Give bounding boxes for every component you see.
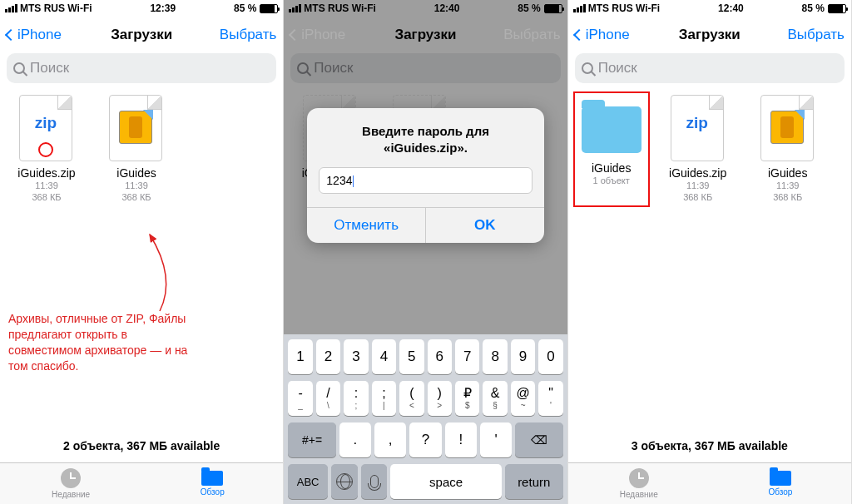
key-sym[interactable]: "': [538, 381, 562, 416]
key-sym[interactable]: &§: [483, 381, 507, 416]
chevron-left-icon: [573, 29, 585, 41]
keyboard-row-1: 1 2 3 4 5 6 7 8 9 0: [286, 339, 564, 374]
file-item[interactable]: zip iGuides.zip 11:39 368 КБ: [8, 95, 85, 204]
key-sym[interactable]: /\: [316, 381, 340, 416]
tab-recent[interactable]: Недавние: [568, 463, 710, 504]
key-punct[interactable]: ': [480, 422, 512, 457]
keyboard-row-3: #+= . , ? ! ' ⌫: [286, 422, 564, 457]
status-time: 12:40: [718, 2, 744, 14]
battery-icon: [828, 4, 846, 13]
key-2[interactable]: 2: [316, 339, 340, 374]
file-item[interactable]: iGuides 11:39 368 КБ: [98, 95, 175, 204]
file-item-highlighted[interactable]: iGuides 1 объект: [573, 91, 650, 207]
battery-percent: 85 %: [234, 2, 256, 14]
search-input[interactable]: Поиск: [575, 53, 845, 83]
back-button[interactable]: iPhone: [575, 27, 630, 43]
carrier-label: MTS RUS Wi-Fi: [20, 2, 92, 14]
text-cursor-icon: [353, 175, 354, 187]
password-alert: Введите пароль для «iGuides.zip». 1234 О…: [307, 108, 543, 243]
file-size: 368 КБ: [8, 192, 85, 204]
file-size: 368 КБ: [750, 192, 826, 204]
key-7[interactable]: 7: [455, 339, 479, 374]
nav-bar: iPhone Загрузки Выбрать: [568, 17, 851, 53]
key-8[interactable]: 8: [483, 339, 507, 374]
globe-icon: [336, 473, 353, 490]
screen-3-extracted: MTS RUS Wi-Fi 12:40 85 % iPhone Загрузки…: [568, 0, 852, 504]
key-space[interactable]: space: [390, 464, 501, 499]
search-icon: [13, 62, 25, 74]
key-6[interactable]: 6: [428, 339, 452, 374]
file-name: iGuides.zip: [8, 166, 85, 180]
file-size: 368 КБ: [98, 192, 175, 204]
search-placeholder: Поиск: [598, 60, 637, 77]
carrier-label: MTS RUS Wi-Fi: [588, 2, 661, 14]
search-input[interactable]: Поиск: [7, 53, 276, 83]
file-item[interactable]: zip iGuides.zip 11:39 368 КБ: [660, 95, 736, 204]
key-sym[interactable]: (<: [399, 381, 424, 416]
mic-icon: [370, 475, 379, 488]
file-meta: 1 объект: [575, 175, 648, 187]
key-abc[interactable]: ABC: [288, 464, 328, 499]
cancel-button[interactable]: Отменить: [307, 208, 426, 243]
back-button[interactable]: iPhone: [7, 27, 62, 43]
key-sym[interactable]: ;|: [372, 381, 396, 416]
key-switch-symbols[interactable]: #+=: [288, 422, 335, 457]
key-0[interactable]: 0: [538, 339, 562, 374]
key-sym[interactable]: )>: [428, 381, 452, 416]
chevron-left-icon: [289, 29, 300, 41]
key-sym[interactable]: ₽$: [455, 381, 479, 416]
key-sym[interactable]: :;: [344, 381, 368, 416]
file-size: 368 КБ: [660, 192, 736, 204]
tab-recent[interactable]: Недавние: [0, 463, 141, 504]
select-button[interactable]: Выбрать: [788, 27, 845, 43]
key-3[interactable]: 3: [344, 339, 368, 374]
annotation-arrow-icon: [126, 228, 210, 319]
ok-button[interactable]: OK: [426, 208, 544, 243]
key-5[interactable]: 5: [399, 339, 424, 374]
file-grid: iGuides 1 объект zip iGuides.zip 11:39 3…: [568, 88, 851, 429]
key-punct[interactable]: ?: [409, 422, 441, 457]
key-1[interactable]: 1: [288, 339, 312, 374]
clock-icon: [629, 468, 649, 488]
footer-summary: 3 объекта, 367 МБ available: [568, 429, 851, 462]
key-globe[interactable]: [331, 464, 358, 499]
screen-1-downloads: MTS RUS Wi-Fi 12:39 85 % iPhone Загрузки…: [0, 0, 284, 504]
status-bar: MTS RUS Wi-Fi 12:40 85 %: [568, 0, 851, 17]
signal-icon: [5, 4, 17, 12]
file-name: iGuides: [98, 166, 175, 180]
loading-ring-icon: [38, 142, 53, 157]
keyboard-row-4: ABC space return: [286, 464, 564, 499]
tab-bar: Недавние Обзор: [0, 462, 283, 504]
select-button[interactable]: Выбрать: [220, 27, 276, 43]
key-4[interactable]: 4: [372, 339, 396, 374]
key-mic[interactable]: [361, 464, 388, 499]
file-name: iGuides: [750, 166, 826, 180]
battery-percent: 85 %: [802, 2, 825, 14]
chevron-left-icon: [5, 29, 17, 41]
key-punct[interactable]: .: [339, 422, 371, 457]
select-button: Выбрать: [503, 27, 560, 43]
tab-browse[interactable]: Обзор: [141, 463, 283, 504]
key-sym[interactable]: @~: [511, 381, 535, 416]
clock-icon: [61, 468, 81, 488]
file-name: iGuides: [575, 161, 648, 175]
alert-message: Введите пароль для «iGuides.zip».: [307, 108, 543, 162]
password-field[interactable]: 1234: [319, 167, 532, 194]
key-punct[interactable]: ,: [374, 422, 406, 457]
footer-summary: 2 объекта, 367 МБ available: [0, 429, 283, 462]
annotation-text: Архивы, отличные от ZIP, Файлы предлагаю…: [8, 311, 191, 374]
key-9[interactable]: 9: [511, 339, 535, 374]
key-return[interactable]: return: [505, 464, 563, 499]
folder-icon: [770, 471, 791, 486]
tab-browse[interactable]: Обзор: [710, 463, 851, 504]
key-sym[interactable]: -_: [288, 381, 312, 416]
status-time: 12:39: [150, 2, 176, 14]
key-backspace[interactable]: ⌫: [515, 422, 562, 457]
key-punct[interactable]: !: [445, 422, 477, 457]
file-time: 11:39: [8, 180, 85, 192]
back-button: iPhone: [290, 27, 345, 43]
file-item[interactable]: iGuides 11:39 368 КБ: [750, 95, 826, 204]
keyboard-row-2: -_ /\ :; ;| (< )> ₽$ &§ @~ "': [286, 381, 564, 416]
tab-bar: Недавние Обзор: [568, 462, 851, 504]
folder-icon: [201, 471, 223, 486]
